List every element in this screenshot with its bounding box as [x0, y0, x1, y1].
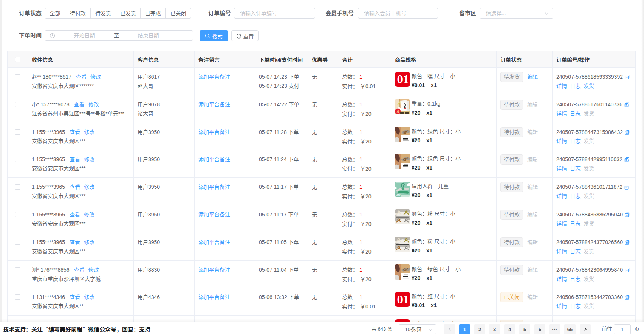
svg-text:01: 01	[397, 73, 409, 86]
svg-text:显介: 显介	[396, 194, 401, 196]
svg-text:01: 01	[397, 293, 409, 306]
svg-text:4: 4	[397, 109, 399, 114]
